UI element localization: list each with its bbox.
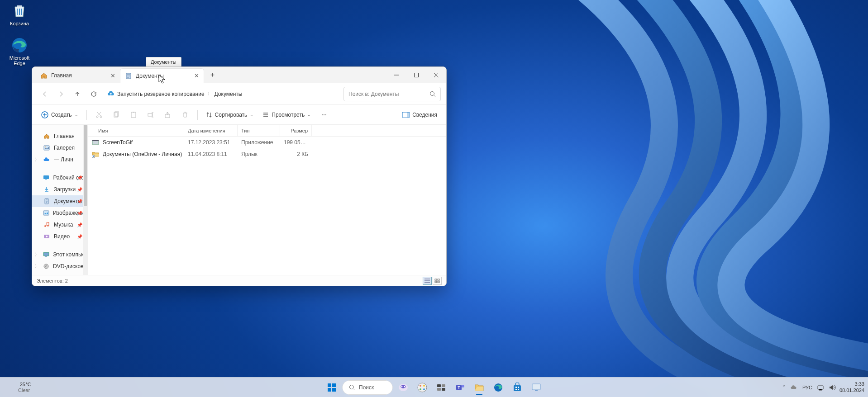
volume-icon[interactable] — [829, 384, 836, 391]
file-explorer-window: Главная ✕ Документы ✕ ＋ — [32, 66, 447, 286]
close-window-button[interactable] — [426, 67, 446, 83]
search-icon — [429, 91, 436, 97]
view-button[interactable]: Просмотреть ⌄ — [259, 108, 315, 122]
svg-point-39 — [350, 385, 354, 389]
nav-item-downloads[interactable]: Загрузки📌 — [32, 184, 88, 195]
close-tab-icon[interactable]: ✕ — [109, 72, 116, 79]
network-icon[interactable] — [817, 384, 824, 391]
file-row[interactable]: ScreenToGif 17.12.2023 23:51 Приложение … — [88, 137, 446, 148]
nav-item-gallery[interactable]: Галерея — [32, 142, 88, 154]
copy-button[interactable] — [109, 108, 124, 122]
nav-item-documents[interactable]: Документы📌 — [32, 195, 88, 207]
nav-item-home[interactable]: Главная — [32, 130, 88, 142]
pictures-icon — [43, 209, 49, 217]
desktop-icon — [43, 174, 49, 181]
column-headers: ⌃ Имя Дата изменения Тип Размер — [88, 125, 446, 137]
svg-point-46 — [423, 388, 425, 390]
titlebar: Главная ✕ Документы ✕ ＋ — [32, 67, 446, 83]
svg-rect-10 — [133, 112, 134, 113]
taskbar-app-store[interactable] — [509, 379, 526, 396]
svg-rect-57 — [515, 387, 517, 388]
chevron-right-icon: 〉 — [35, 252, 39, 258]
status-bar: Элементов: 2 — [32, 275, 446, 286]
videos-icon — [43, 233, 50, 240]
maximize-button[interactable] — [406, 67, 426, 83]
search-input[interactable] — [348, 91, 426, 97]
svg-rect-14 — [407, 112, 410, 118]
file-row[interactable]: Документы (OneDrive - Личная) 11.04.2023… — [88, 148, 446, 160]
home-icon — [43, 132, 50, 140]
desktop-icon-label: Корзина — [10, 21, 29, 26]
onedrive-icon — [43, 156, 50, 163]
taskbar-clock[interactable]: 3:33 08.01.2024 — [839, 381, 864, 393]
tab-documents[interactable]: Документы ✕ — [120, 68, 204, 83]
breadcrumb-backup[interactable]: Запустить резервное копирование — [117, 91, 205, 97]
taskbar-app-explorer[interactable] — [471, 379, 488, 396]
column-name[interactable]: Имя — [88, 125, 184, 136]
nav-item-music[interactable]: Музыка📌 — [32, 219, 88, 231]
language-indicator[interactable]: РУС — [802, 385, 812, 390]
taskbar-app-edge[interactable] — [490, 379, 507, 396]
taskbar-app-teams[interactable]: T — [452, 379, 469, 396]
forward-button[interactable] — [54, 87, 68, 101]
onedrive-tray-icon[interactable] — [791, 384, 798, 391]
desktop-icon-edge[interactable]: Microsoft Edge — [4, 36, 35, 66]
search-box[interactable] — [343, 87, 441, 101]
share-button[interactable] — [160, 108, 176, 122]
nav-scrollbar[interactable] — [83, 125, 88, 275]
app-icon — [92, 139, 99, 146]
shortcut-folder-icon — [92, 151, 99, 158]
moon-icon — [5, 383, 15, 392]
taskbar-app-rdp[interactable] — [528, 379, 545, 396]
column-date[interactable]: Дата изменения — [184, 125, 238, 136]
pin-icon: 📌 — [77, 175, 82, 180]
column-size[interactable]: Размер — [280, 125, 312, 136]
svg-point-47 — [420, 388, 421, 390]
downloads-icon — [43, 186, 50, 193]
close-tab-icon[interactable]: ✕ — [193, 72, 200, 80]
view-details-button[interactable] — [423, 277, 432, 285]
delete-button[interactable] — [177, 108, 193, 122]
taskbar-app-mspaint[interactable] — [414, 379, 431, 396]
nav-item-videos[interactable]: Видео📌 — [32, 231, 88, 242]
tray-chevron-icon[interactable]: ⌃ — [782, 384, 786, 390]
svg-rect-17 — [43, 175, 49, 179]
refresh-button[interactable] — [86, 87, 101, 101]
svg-point-16 — [45, 147, 46, 147]
nav-item-dvd[interactable]: 〉DVD-дисковод — [32, 260, 88, 272]
tab-home[interactable]: Главная ✕ — [36, 68, 120, 83]
more-button[interactable]: ⋯ — [316, 108, 332, 122]
nav-item-desktop[interactable]: Рабочий сто📌 — [32, 172, 88, 184]
taskbar-app-taskview[interactable] — [433, 379, 450, 396]
taskbar-weather[interactable]: -25℃ Clear — [5, 382, 31, 392]
create-button[interactable]: Создать ⌄ — [38, 108, 82, 122]
svg-rect-59 — [515, 389, 517, 390]
svg-point-44 — [420, 385, 421, 387]
music-icon — [43, 221, 50, 228]
details-pane-button[interactable]: Сведения — [399, 108, 441, 122]
paste-button[interactable] — [126, 108, 141, 122]
up-button[interactable] — [70, 87, 85, 101]
taskbar-search[interactable]: Поиск — [342, 380, 393, 395]
address-bar[interactable]: Запустить резервное копирование 〉 Докуме… — [103, 87, 342, 101]
svg-rect-63 — [818, 386, 823, 389]
nav-item-thispc[interactable]: 〉Этот компьюте — [32, 249, 88, 260]
sort-button[interactable]: Сортировать ⌄ — [202, 108, 258, 122]
nav-item-onedrive[interactable]: 〉— Личн — [32, 154, 88, 165]
view-large-button[interactable] — [433, 277, 442, 285]
new-tab-button[interactable]: ＋ — [206, 71, 219, 79]
svg-rect-11 — [148, 113, 152, 116]
desktop-icon-recycle-bin[interactable]: Корзина — [4, 2, 35, 26]
column-type[interactable]: Тип — [238, 125, 280, 136]
minimize-button[interactable] — [386, 67, 406, 83]
nav-item-pictures[interactable]: Изображени📌 — [32, 207, 88, 219]
start-button[interactable] — [323, 379, 340, 396]
rename-button[interactable] — [143, 108, 158, 122]
chevron-right-icon: 〉 — [35, 264, 39, 269]
taskbar-app-copilot[interactable] — [395, 379, 412, 396]
cut-button[interactable] — [91, 108, 107, 122]
back-button[interactable] — [38, 87, 52, 101]
documents-icon — [43, 198, 50, 205]
breadcrumb-current[interactable]: Документы — [215, 91, 243, 97]
navigation-pane: Главная Галерея 〉— Личн Рабочий сто📌 Заг… — [32, 125, 88, 275]
